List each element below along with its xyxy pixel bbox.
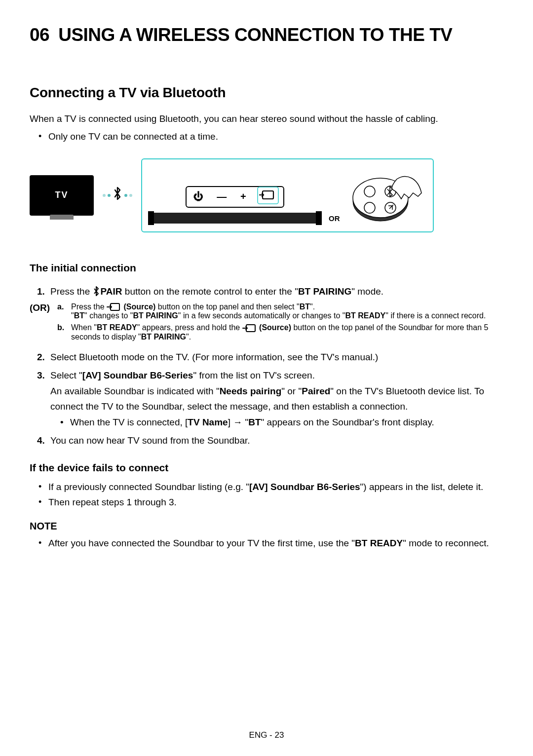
- device-name: [AV] Soundbar B6-Series: [82, 370, 193, 380]
- bt-label-2: BT: [74, 311, 84, 320]
- step3-sub-bullet: When the TV is connected, [TV Name] → "B…: [50, 415, 503, 430]
- step3-bullet-item: When the TV is connected, [TV Name] → "B…: [60, 415, 503, 430]
- chapter-title-text: USING A WIRELESS CONNECTION TO THE TV: [58, 25, 452, 45]
- subb-mid: " appears, press and hold the: [137, 323, 242, 332]
- s3-l2-mid: " or ": [281, 386, 302, 396]
- bt-label: BT: [300, 302, 310, 311]
- device-diagram-box: ⏻ — + OR: [141, 158, 434, 232]
- s3b-post: " appears on the Soundbar's front displa…: [261, 417, 434, 427]
- tv-label: TV: [55, 190, 68, 200]
- fail-bullet-2: Then repeat steps 1 through 3.: [48, 495, 503, 510]
- note-bullet-item: After you have connected the Soundbar to…: [48, 536, 503, 551]
- or-label-col: (OR): [30, 302, 57, 313]
- suba-pre: Press the: [71, 302, 107, 311]
- chapter-number: 06: [30, 25, 49, 45]
- device-name-2: [AV] Soundbar B6-Series: [249, 482, 360, 492]
- page-footer: ENG - 23: [0, 730, 533, 740]
- tvname-label: TV Name: [188, 417, 228, 427]
- remote-press-diagram: [350, 169, 424, 224]
- bt-pairing-label-3: BT PAIRING: [141, 333, 186, 341]
- connection-diagram: TV ⏻ — + OR: [30, 158, 503, 232]
- intro-paragraph: When a TV is connected using Bluetooth, …: [30, 112, 503, 126]
- suba-l2-mid: " changes to ": [84, 311, 133, 320]
- bluetooth-icon: [113, 187, 122, 204]
- bt-ready-label: BT READY: [345, 311, 385, 320]
- s3-l2-pre: An available Soundbar is indicated with …: [50, 386, 220, 396]
- suba-l2-post: " if there is a connect record.: [385, 311, 486, 320]
- note-pre: After you have connected the Soundbar to…: [48, 538, 355, 548]
- minus-icon: —: [217, 191, 227, 202]
- substeps-list: a. Press the (Source) button on the top …: [57, 302, 503, 345]
- power-icon: ⏻: [193, 191, 203, 202]
- step1-text-mid: button on the remote control to enter th…: [122, 286, 298, 297]
- source-btn-label: (Source): [123, 302, 155, 311]
- fb1-post: ") appears in the list, delete it.: [360, 482, 484, 492]
- intro-bullet-item: Only one TV can be connected at a time.: [48, 129, 503, 144]
- initial-connection-heading: The initial connection: [30, 262, 503, 274]
- display-panel-rect: ⏻ — +: [186, 186, 284, 208]
- steps-list: Press the PAIR button on the remote cont…: [30, 284, 503, 300]
- section-title: Connecting a TV via Bluetooth: [30, 85, 503, 101]
- bluetooth-signal-icon: [103, 187, 132, 204]
- source-icon: [107, 302, 121, 311]
- subb-pre: When ": [71, 323, 97, 332]
- chapter-title: 06USING A WIRELESS CONNECTION TO THE TV: [30, 25, 503, 45]
- suba-mid: button on the top panel and then select …: [155, 302, 299, 311]
- bt-pairing-label: BT PAIRING: [298, 286, 351, 297]
- note-heading: NOTE: [30, 521, 503, 532]
- note-post: " mode to reconnect.: [403, 538, 489, 548]
- soundbar-bar-icon: [151, 213, 319, 224]
- bt-label-3: BT: [248, 417, 261, 427]
- s3-mid: " from the list on TV's screen.: [193, 370, 315, 380]
- bt-ready-label-3: BT READY: [355, 538, 403, 548]
- step-2: Select Bluetooth mode on the TV. (For mo…: [30, 349, 503, 365]
- fb1-pre: If a previously connected Soundbar listi…: [48, 482, 249, 492]
- step-4: You can now hear TV sound from the Sound…: [30, 433, 503, 448]
- step-1: Press the PAIR button on the remote cont…: [30, 284, 503, 300]
- steps-list-cont: Select Bluetooth mode on the TV. (For mo…: [30, 349, 503, 448]
- or-label: OR: [329, 214, 340, 223]
- or-row: (OR) a. Press the (Source) button on the…: [30, 302, 503, 345]
- substep-a: a. Press the (Source) button on the top …: [57, 302, 503, 321]
- fail-heading: If the device fails to connect: [30, 462, 503, 474]
- tv-icon: TV: [30, 175, 94, 216]
- plus-icon: +: [240, 191, 246, 202]
- source-icon: [242, 324, 257, 333]
- subb-post: ".: [186, 333, 191, 341]
- source-btn-label-2: (Source): [259, 323, 291, 332]
- s3b-mid: ] → ": [228, 417, 249, 427]
- bluetooth-pair-icon: [93, 285, 101, 300]
- fail-bullet-1: If a previously connected Soundbar listi…: [48, 480, 503, 494]
- paired-label: Paired: [302, 386, 330, 396]
- pair-label: PAIR: [101, 286, 122, 297]
- s3b-pre: When the TV is connected, [: [70, 417, 188, 427]
- suba-post: ".: [310, 302, 315, 311]
- source-icon: [260, 189, 276, 204]
- intro-bullets: Only one TV can be connected at a time.: [30, 129, 503, 144]
- note-bullets: After you have connected the Soundbar to…: [30, 536, 503, 551]
- suba-l2-mid2: " in a few seconds automatically or chan…: [178, 311, 345, 320]
- s3-pre: Select ": [50, 370, 82, 380]
- step1-text-pre: Press the: [50, 286, 93, 297]
- needs-pairing-label: Needs pairing: [220, 386, 282, 396]
- step-3: Select "[AV] Soundbar B6-Series" from th…: [30, 368, 503, 429]
- bt-ready-label-2: BT READY: [97, 323, 137, 332]
- fail-bullets: If a previously connected Soundbar listi…: [30, 480, 503, 510]
- soundbar-panel-diagram: ⏻ — +: [151, 186, 319, 224]
- substep-b: b. When "BT READY" appears, press and ho…: [57, 323, 503, 341]
- bt-pairing-label-2: BT PAIRING: [133, 311, 178, 320]
- step1-text-post: " mode.: [351, 286, 383, 297]
